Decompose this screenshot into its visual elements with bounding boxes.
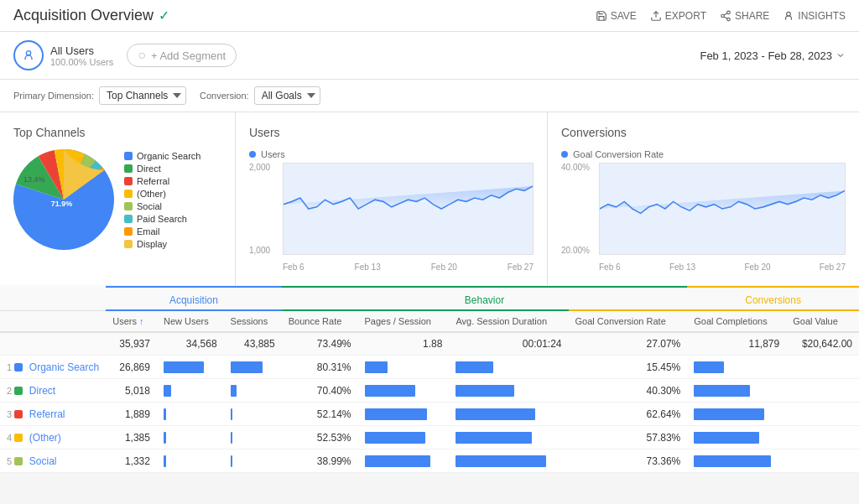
organic-new-users-bar-cell bbox=[157, 356, 224, 379]
top-channels-panel: Top Channels bbox=[0, 112, 235, 285]
total-sessions: 43,885 bbox=[224, 332, 282, 356]
users-x-3: Feb 27 bbox=[508, 262, 534, 272]
new-users-col-header[interactable]: New Users bbox=[157, 310, 224, 332]
referral-duration-bar bbox=[456, 408, 535, 420]
conversion-select[interactable]: All Goals bbox=[254, 86, 320, 105]
organic-goal-val-cell bbox=[786, 356, 859, 379]
other-new-users-bar-cell bbox=[157, 426, 224, 449]
direct-sessions-bar bbox=[231, 385, 237, 397]
top-channels-title: Top Channels bbox=[13, 126, 221, 139]
primary-dimension-select[interactable]: Top Channels bbox=[99, 86, 186, 105]
other-bounce: 52.53% bbox=[282, 426, 358, 449]
add-segment-button[interactable]: ○ + Add Segment bbox=[127, 44, 237, 67]
channel-col-header bbox=[0, 310, 106, 332]
pages-col-header[interactable]: Pages / Session bbox=[358, 310, 450, 332]
duration-col-label: Avg. Session Duration bbox=[456, 316, 547, 326]
insights-label: INSIGHTS bbox=[798, 10, 846, 22]
direct-bounce: 70.40% bbox=[282, 379, 358, 403]
organic-search-link[interactable]: Organic Search bbox=[29, 361, 99, 373]
users-x-0: Feb 6 bbox=[283, 262, 305, 272]
conversions-x-labels: Feb 6 Feb 13 Feb 20 Feb 27 bbox=[599, 262, 846, 272]
conversions-chart-bg bbox=[599, 163, 846, 255]
other-new-users-bar bbox=[164, 432, 166, 444]
social-channel-cell: 5 Social bbox=[0, 449, 106, 473]
rank-5: 5 bbox=[7, 456, 12, 466]
users-chart-bg bbox=[283, 163, 534, 255]
table-row: 1 Organic Search 26,869 80.31% 15.45% bbox=[0, 356, 859, 379]
social-duration-bar bbox=[456, 455, 545, 467]
other-pages-bar bbox=[365, 432, 425, 444]
export-button[interactable]: EXPORT bbox=[650, 10, 706, 22]
direct-goal-comp-bar bbox=[694, 385, 749, 397]
other-link[interactable]: (Other) bbox=[29, 432, 61, 444]
table-row: 3 Referral 1,889 52.14% 62.64% bbox=[0, 403, 859, 426]
other-pages-bar-cell bbox=[358, 426, 450, 449]
total-bounce: 73.49% bbox=[282, 332, 358, 356]
legend-dot-email bbox=[124, 227, 133, 236]
total-channel-cell bbox=[0, 332, 106, 356]
total-users: 35,937 bbox=[106, 332, 157, 356]
direct-goal-comp-bar-cell bbox=[687, 379, 786, 403]
direct-users: 5,018 bbox=[106, 379, 157, 403]
users-col-header[interactable]: Users ↑ bbox=[106, 310, 157, 332]
referral-link[interactable]: Referral bbox=[29, 408, 65, 420]
users-metric-label-row: Users bbox=[249, 149, 534, 159]
share-button[interactable]: SHARE bbox=[720, 10, 769, 22]
other-users: 1,385 bbox=[106, 426, 157, 449]
organic-bounce: 80.31% bbox=[282, 356, 358, 379]
insights-button[interactable]: INSIGHTS bbox=[783, 10, 846, 22]
bounce-col-label: Bounce Rate bbox=[289, 316, 342, 326]
goal-comp-col-header[interactable]: Goal Completions bbox=[687, 310, 786, 332]
conversions-y-max: 40.00% bbox=[561, 163, 599, 172]
conversions-x-3: Feb 27 bbox=[820, 262, 846, 272]
referral-new-users-bar-cell bbox=[157, 403, 224, 426]
date-range-picker[interactable]: Feb 1, 2023 - Feb 28, 2023 bbox=[700, 49, 846, 62]
referral-new-users-bar bbox=[164, 408, 166, 420]
save-button[interactable]: SAVE bbox=[596, 10, 637, 22]
organic-sessions-bar-cell bbox=[224, 356, 282, 379]
users-metric-label: Users bbox=[261, 149, 285, 159]
conversions-x-1: Feb 13 bbox=[669, 262, 695, 272]
save-label: SAVE bbox=[611, 10, 637, 22]
svg-line-4 bbox=[724, 16, 727, 18]
other-goal-conv: 57.83% bbox=[569, 426, 688, 449]
social-link[interactable]: Social bbox=[29, 455, 57, 467]
duration-col-header[interactable]: Avg. Session Duration bbox=[449, 310, 568, 332]
total-goal-val: $20,642.00 bbox=[786, 332, 859, 356]
conversions-y-min: 20.00% bbox=[561, 246, 599, 255]
acquisition-group-header: Acquisition bbox=[106, 287, 282, 310]
total-duration: 00:01:24 bbox=[449, 332, 568, 356]
users-x-2: Feb 20 bbox=[431, 262, 457, 272]
svg-point-7 bbox=[26, 51, 30, 55]
legend-dot-direct bbox=[124, 164, 133, 173]
direct-duration-bar-cell bbox=[449, 379, 568, 403]
legend-label-email: Email bbox=[137, 226, 160, 236]
other-channel-cell: 4 (Other) bbox=[0, 426, 106, 449]
sort-icon-users: ↑ bbox=[139, 316, 144, 326]
conversions-chart-area: 40.00% 20.00% Feb 6 Feb 13 bbox=[561, 163, 846, 272]
goal-conv-col-header[interactable]: Goal Conversion Rate bbox=[569, 310, 688, 332]
primary-dimension-group: Primary Dimension: Top Channels bbox=[13, 86, 186, 105]
legend-social: Social bbox=[124, 201, 200, 211]
legend-email: Email bbox=[124, 226, 200, 236]
social-goal-comp-bar bbox=[694, 455, 771, 467]
users-x-labels: Feb 6 Feb 13 Feb 20 Feb 27 bbox=[283, 262, 534, 272]
goal-comp-col-label: Goal Completions bbox=[694, 316, 767, 326]
segment-name: All Users bbox=[50, 44, 113, 57]
organic-duration-bar-cell bbox=[449, 356, 568, 379]
social-duration-bar-cell bbox=[449, 449, 568, 473]
bounce-col-header[interactable]: Bounce Rate bbox=[282, 310, 358, 332]
organic-goal-conv: 15.45% bbox=[569, 356, 688, 379]
sessions-col-label: Sessions bbox=[231, 316, 268, 326]
organic-users: 26,869 bbox=[106, 356, 157, 379]
referral-bounce: 52.14% bbox=[282, 403, 358, 426]
social-goal-comp-bar-cell bbox=[687, 449, 786, 473]
direct-link[interactable]: Direct bbox=[29, 385, 55, 397]
other-sessions-bar bbox=[231, 432, 232, 444]
sessions-col-header[interactable]: Sessions bbox=[224, 310, 282, 332]
social-new-users-bar-cell bbox=[157, 449, 224, 473]
users-chart-area: 2,000 1,000 Feb 6 Feb 13 bbox=[249, 163, 534, 272]
goal-val-col-header[interactable]: Goal Value bbox=[786, 310, 859, 332]
organic-pages-bar-cell bbox=[358, 356, 450, 379]
table-wrapper: Acquisition Behavior Conversions Users ↑… bbox=[0, 286, 859, 473]
